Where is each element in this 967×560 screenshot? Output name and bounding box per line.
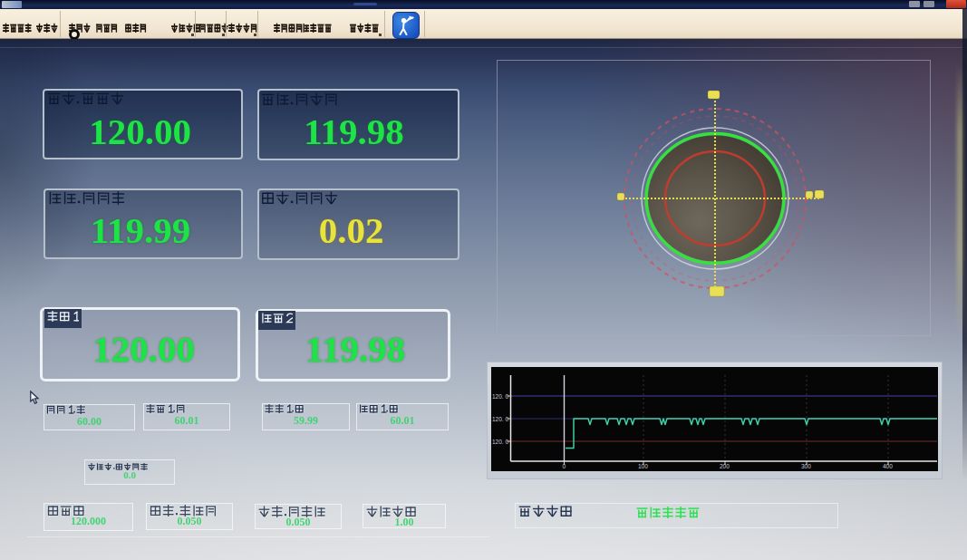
svg-text:100: 100 [638, 463, 648, 469]
svg-text:120. 0: 120. 0 [492, 393, 508, 400]
svg-text:300: 300 [801, 463, 811, 469]
svg-text:120. 0: 120. 0 [492, 416, 508, 422]
svg-text:120. 0: 120. 0 [492, 439, 508, 445]
svg-text:0: 0 [563, 463, 566, 469]
svg-text:200: 200 [720, 463, 730, 469]
svg-text:400: 400 [883, 463, 893, 469]
